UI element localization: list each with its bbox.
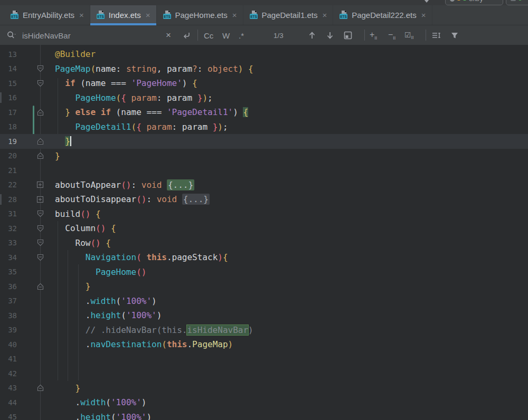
filter-lines-icon[interactable] bbox=[431, 31, 441, 40]
code-line-43: 43 } bbox=[0, 381, 528, 396]
run-configuration-button[interactable]: entry bbox=[445, 0, 503, 5]
line-number[interactable]: 36 bbox=[0, 282, 17, 291]
tab-label: Index.ets bbox=[109, 11, 141, 20]
tab-close-icon[interactable]: × bbox=[421, 11, 426, 19]
chevron-down-icon[interactable] bbox=[422, 0, 431, 4]
tab-close-icon[interactable]: × bbox=[322, 11, 327, 19]
line-number[interactable]: 44 bbox=[0, 398, 17, 407]
filter-funnel-icon[interactable] bbox=[450, 31, 459, 40]
gutter-fold-column bbox=[17, 366, 55, 381]
tab-close-icon[interactable]: × bbox=[146, 11, 150, 19]
device-icon bbox=[511, 0, 516, 1]
line-number[interactable]: 39 bbox=[0, 326, 17, 334]
gutter-fold-column bbox=[17, 134, 55, 149]
fold-region-start-icon[interactable] bbox=[36, 254, 44, 261]
tab-label: PageHome.ets bbox=[175, 11, 228, 20]
line-number[interactable]: 33 bbox=[0, 238, 17, 247]
find-input[interactable]: isHideNavBar bbox=[22, 31, 71, 40]
editor-tab-pagedetail222-ets[interactable]: ETS PageDetail222.ets × bbox=[333, 5, 432, 25]
module-icon bbox=[450, 0, 455, 2]
fold-region-end-icon[interactable] bbox=[36, 283, 44, 290]
fold-region-start-icon[interactable] bbox=[36, 225, 44, 232]
fold-region-start-icon[interactable] bbox=[36, 65, 44, 72]
code-editor[interactable]: 13@Builder14PageMap(name: string, param?… bbox=[0, 45, 528, 420]
code-text: aboutToAppear(): void {...} bbox=[55, 178, 194, 193]
previous-occurrence-icon[interactable] bbox=[307, 31, 317, 40]
line-number[interactable]: 35 bbox=[0, 268, 17, 276]
fold-region-end-icon[interactable] bbox=[36, 138, 44, 145]
fold-region-start-icon[interactable] bbox=[36, 210, 44, 217]
line-number[interactable]: 17 bbox=[0, 108, 17, 117]
line-number[interactable]: 34 bbox=[0, 253, 17, 262]
code-text: } bbox=[55, 279, 90, 294]
gutter-fold-column bbox=[17, 265, 55, 280]
line-number[interactable]: 28 bbox=[0, 195, 17, 204]
clear-search-icon[interactable]: × bbox=[166, 30, 171, 41]
editor-tab-pagehome-ets[interactable]: ETS PageHome.ets × bbox=[157, 5, 243, 25]
tab-close-icon[interactable]: × bbox=[232, 11, 237, 19]
line-number[interactable]: 45 bbox=[0, 413, 17, 420]
code-line-22: 22aboutToAppear(): void {...} bbox=[0, 178, 528, 193]
line-number[interactable]: 15 bbox=[0, 79, 17, 88]
code-line-15: 15 if (name === 'PageHome') { bbox=[0, 76, 528, 91]
line-number[interactable]: 43 bbox=[0, 384, 17, 392]
line-number[interactable]: 19 bbox=[0, 137, 17, 146]
editor-tab-entryability-ets[interactable]: ETS EntryAbility.ets × bbox=[4, 5, 90, 25]
line-number[interactable]: 14 bbox=[0, 64, 17, 73]
line-number[interactable]: 38 bbox=[0, 311, 17, 320]
code-text: PageMap(name: string, param?: object) { bbox=[55, 62, 253, 77]
code-text: Column() { bbox=[55, 221, 116, 236]
unfold-region-icon[interactable] bbox=[36, 196, 44, 203]
line-number[interactable]: 16 bbox=[0, 93, 17, 102]
line-number[interactable]: 20 bbox=[0, 151, 17, 160]
gutter-fold-column bbox=[17, 47, 55, 62]
line-number[interactable]: 31 bbox=[0, 209, 17, 218]
line-number[interactable]: 32 bbox=[0, 224, 17, 233]
code-text: .width('100%') bbox=[55, 395, 146, 410]
fold-region-start-icon[interactable] bbox=[36, 239, 44, 246]
code-line-37: 37 .width('100%') bbox=[0, 294, 528, 309]
add-selection-icon[interactable]: +II bbox=[370, 30, 377, 40]
line-number[interactable]: 41 bbox=[0, 355, 17, 363]
search-in-selection-icon[interactable] bbox=[343, 31, 353, 40]
fold-region-end-icon[interactable] bbox=[36, 384, 44, 392]
svg-text:ETS: ETS bbox=[340, 15, 347, 18]
gutter-fold-column bbox=[17, 178, 55, 193]
tab-close-icon[interactable]: × bbox=[79, 11, 84, 19]
editor-tab-index-ets[interactable]: ETS Index.ets × bbox=[90, 5, 157, 25]
svg-text:ETS: ETS bbox=[97, 15, 104, 18]
whole-words-toggle[interactable]: W bbox=[222, 31, 230, 40]
code-line-38: 38 .height('100%') bbox=[0, 308, 528, 323]
line-number[interactable]: 13 bbox=[0, 50, 17, 59]
code-line-32: 32 Column() { bbox=[0, 221, 528, 236]
line-number[interactable]: 18 bbox=[0, 122, 17, 131]
gutter-fold-column bbox=[17, 323, 55, 338]
fold-region-end-icon[interactable] bbox=[36, 152, 44, 159]
line-number[interactable]: 21 bbox=[0, 166, 17, 175]
ets-file-icon: ETS bbox=[339, 11, 348, 20]
gutter-fold-column bbox=[17, 308, 55, 323]
new-line-icon[interactable] bbox=[182, 31, 192, 40]
line-number[interactable]: 42 bbox=[0, 369, 17, 378]
remove-selection-icon[interactable]: −II bbox=[388, 30, 395, 40]
fold-region-start-icon[interactable] bbox=[36, 80, 44, 87]
code-text: } bbox=[55, 381, 80, 396]
code-text: } bbox=[55, 149, 60, 164]
regex-toggle[interactable]: .* bbox=[239, 31, 244, 40]
gutter-fold-column bbox=[17, 192, 55, 207]
line-number[interactable]: 40 bbox=[0, 340, 17, 349]
fold-region-end-icon[interactable] bbox=[36, 109, 44, 116]
code-line-18: 18 PageDetail1({ param: param }); bbox=[0, 120, 528, 135]
editor-tab-pagedetail1-ets[interactable]: ETS PageDetail1.ets × bbox=[243, 5, 334, 25]
code-line-20: 20} bbox=[0, 149, 528, 164]
line-number[interactable]: 22 bbox=[0, 180, 17, 189]
select-all-occurrences-icon[interactable]: ☑II bbox=[404, 30, 414, 40]
unfold-region-icon[interactable] bbox=[36, 181, 44, 188]
code-line-17: 17 } else if (name === 'PageDetail1') { bbox=[0, 105, 528, 120]
code-text: PageDetail1({ param: param }); bbox=[55, 120, 228, 135]
gutter-fold-column bbox=[17, 395, 55, 410]
match-case-toggle[interactable]: Cc bbox=[204, 31, 213, 40]
device-selector-button[interactable] bbox=[506, 0, 528, 5]
line-number[interactable]: 37 bbox=[0, 297, 17, 305]
next-occurrence-icon[interactable] bbox=[325, 31, 335, 40]
